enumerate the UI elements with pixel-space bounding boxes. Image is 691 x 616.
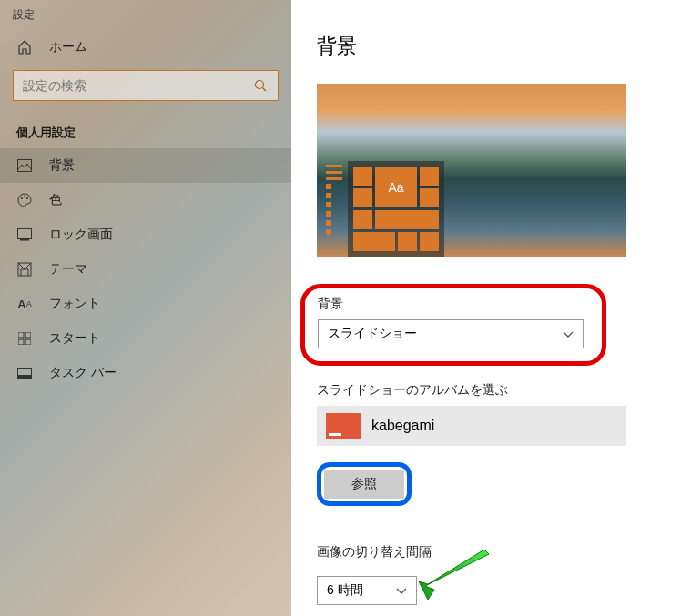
annotation-blue-highlight: 参照 [317,462,412,506]
svg-rect-10 [25,332,31,338]
sidebar-label: スタート [49,330,100,347]
interval-dropdown[interactable]: 6 時間 [317,576,417,605]
sidebar-item-themes[interactable]: テーマ [0,252,291,287]
lockscreen-icon [16,227,33,243]
svg-rect-12 [25,339,31,345]
search-input[interactable] [23,78,252,93]
font-icon: AA [16,296,33,312]
album-folder-name: kabegami [371,418,434,434]
svg-rect-9 [18,332,24,338]
main-content: 背景 Aa 背景 スライドショー スライドショーのア [291,0,691,616]
sidebar-item-background[interactable]: 背景 [0,148,291,183]
page-title: 背景 [317,33,666,60]
palette-icon [16,192,33,208]
theme-icon [16,261,33,278]
album-section-label: スライドショーのアルバムを選ぶ [317,382,666,399]
browse-button[interactable]: 参照 [324,470,404,499]
svg-line-1 [263,88,267,92]
sidebar-item-taskbar[interactable]: タスク バー [0,356,291,390]
start-icon [16,330,33,347]
background-type-value: スライドショー [328,326,417,342]
background-type-dropdown[interactable]: スライドショー [318,319,584,348]
sidebar-label: ロック画面 [49,227,113,243]
preview-window-mock: Aa [326,161,444,257]
settings-sidebar: 設定 ホーム 個人用設定 背景 色 ロック画面 [0,0,291,616]
album-folder-row[interactable]: kabegami [317,406,626,446]
svg-rect-14 [18,375,32,379]
album-section: スライドショーのアルバムを選ぶ kabegami 参照 [317,382,666,524]
svg-point-0 [256,81,264,89]
chevron-down-icon [396,583,407,598]
sidebar-label: タスク バー [49,365,117,381]
folder-thumb-icon [326,413,361,439]
search-box[interactable] [13,70,279,101]
background-preview: Aa [317,84,626,257]
sidebar-label: テーマ [49,261,87,278]
home-icon [16,39,33,56]
interval-value: 6 時間 [327,582,363,599]
chevron-down-icon [563,327,574,341]
svg-rect-7 [20,239,29,241]
interval-section: 画像の切り替え間隔 6 時間 [317,544,666,613]
nav-home-label: ホーム [49,39,87,56]
picture-icon [16,157,33,174]
sidebar-label: 背景 [49,157,75,174]
sidebar-label: 色 [49,192,62,208]
svg-point-3 [21,197,23,199]
sidebar-item-lockscreen[interactable]: ロック画面 [0,217,291,252]
svg-rect-2 [18,160,32,172]
svg-rect-11 [18,339,24,345]
svg-point-4 [24,196,25,197]
sidebar-item-start[interactable]: スタート [0,321,291,356]
preview-sample-text: Aa [375,167,417,207]
search-icon [252,77,269,94]
sidebar-label: フォント [49,296,100,312]
nav-home[interactable]: ホーム [0,30,291,65]
taskbar-icon [16,365,33,381]
annotation-red-highlight: 背景 スライドショー [300,284,606,366]
svg-point-5 [26,197,28,199]
background-field-label: 背景 [318,296,589,312]
app-title: 設定 [0,0,291,30]
sidebar-item-fonts[interactable]: AA フォント [0,287,291,321]
annotation-green-arrow [421,568,503,613]
sidebar-item-colors[interactable]: 色 [0,183,291,217]
svg-rect-6 [18,229,32,239]
category-title: 個人用設定 [0,114,291,148]
search-container [13,70,279,101]
